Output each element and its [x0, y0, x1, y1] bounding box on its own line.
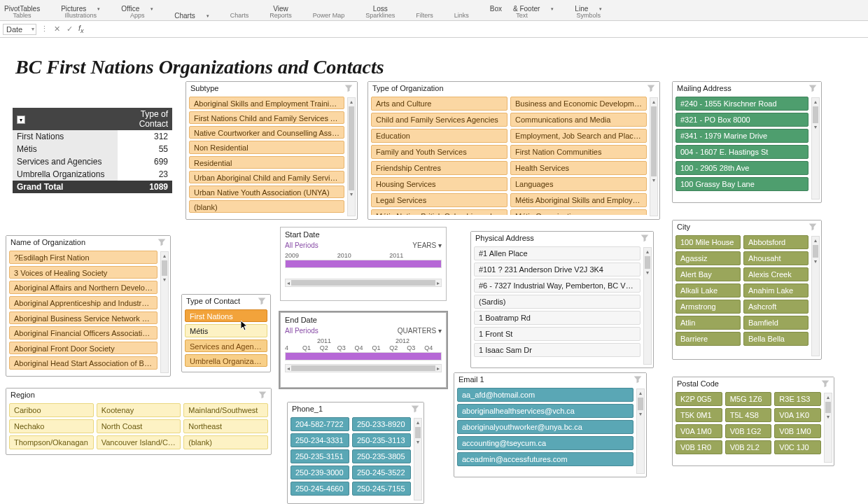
slicer-item[interactable]: Nechako — [9, 419, 94, 433]
slicer-item[interactable]: 250-234-3331 — [290, 433, 349, 447]
slicer-item[interactable]: ?Esdilagh First Nation — [9, 251, 158, 264]
slicer-item[interactable]: Aboriginal Affairs and Northern Developm… — [9, 281, 158, 294]
slicer-item[interactable]: Ahousaht — [743, 251, 808, 265]
slicer-postal[interactable]: Postal Code K2P 0G5M5G 1Z6R3E 1S3T5K 0M1… — [672, 377, 834, 466]
scrollbar[interactable]: ▴▾ — [414, 418, 422, 500]
slicer-item[interactable]: 250-235-3113 — [352, 433, 411, 447]
slicer-item[interactable]: Métis Aboriginal Skills and Employme... — [510, 193, 647, 207]
slicer-item[interactable]: aceadmin@accessfutures.com — [457, 452, 634, 466]
slicer-region[interactable]: Region CaribooKootenayMainland/Southwest… — [6, 388, 272, 455]
filter-icon[interactable] — [344, 84, 353, 92]
slicer-item[interactable]: Family and Youth Services — [371, 145, 507, 159]
slicer-item[interactable]: #240 - 1855 Kirschner Road — [676, 97, 808, 111]
slicer-item[interactable]: aa_afd@hotmail.com — [457, 388, 634, 402]
slicer-item[interactable]: 204-582-7722 — [290, 417, 349, 431]
pivot-row-label[interactable]: First Nations — [13, 130, 118, 143]
slicer-item[interactable]: Communications and Media — [510, 113, 647, 127]
slicer-item[interactable]: Ashcroft — [743, 300, 808, 314]
ribbon-item[interactable]: ▾ — [150, 5, 153, 13]
slicer-item[interactable]: M5G 1Z6 — [725, 392, 772, 406]
slicer-item[interactable]: Alexis Creek — [743, 267, 808, 281]
slicer-item[interactable]: 250-245-7155 — [352, 482, 411, 496]
timeline-end-date[interactable]: End Date All PeriodsQUARTERS ▾ 20112012 … — [280, 312, 447, 388]
pivot-table[interactable]: ▾ Type of Contact First Nations312Métis5… — [13, 108, 172, 193]
slicer-item[interactable]: 100 Mile House — [676, 235, 741, 249]
slicer-item[interactable]: Health Services — [510, 161, 647, 175]
slicer-item[interactable]: 250-245-3522 — [352, 465, 411, 479]
slicer-item[interactable]: #6 - 7327 Industrial Way, Pemberton, BC … — [474, 279, 640, 293]
slicer-item[interactable]: Umbrella Organizations — [185, 354, 267, 367]
filter-icon[interactable] — [808, 223, 817, 231]
slicer-item[interactable]: Native Courtworker and Counselling Assoc… — [189, 126, 344, 139]
pivot-dropdown[interactable]: ▾ — [13, 108, 118, 130]
slicer-item[interactable]: 004 - 1607 E. Hastings St — [676, 145, 808, 159]
slicer-item[interactable]: Agassiz — [676, 251, 741, 265]
slicer-item[interactable]: Armstrong — [676, 300, 741, 314]
slicer-item[interactable]: T5L 4S8 — [725, 408, 772, 422]
filter-icon[interactable] — [821, 379, 830, 388]
scrollbar[interactable]: ▴▾ — [160, 251, 169, 373]
slicer-item[interactable]: Thompson/Okanagan — [9, 435, 94, 449]
slicer-item[interactable]: (Sardis) — [474, 295, 640, 309]
slicer-item[interactable]: North Coast — [97, 419, 181, 433]
scrollbar[interactable]: ▴▾ — [636, 388, 645, 474]
slicer-item[interactable]: V0A 1K0 — [774, 408, 821, 422]
slicer-item[interactable]: 250-239-3000 — [290, 465, 349, 479]
slicer-item[interactable]: (blank) — [189, 200, 344, 213]
slicer-item[interactable]: (blank) — [183, 435, 268, 449]
slicer-item[interactable]: Aboriginal Financial Officers Associatio… — [9, 326, 158, 340]
slicer-item[interactable]: Aboriginal Apprenticeship and Industry T… — [9, 296, 158, 309]
slicer-item[interactable]: Aboriginal Skills and Employment Trainin… — [189, 97, 344, 109]
slicer-item[interactable]: First Nations — [185, 309, 267, 322]
slicer-mailing[interactable]: Mailing Address #240 - 1855 Kirschner Ro… — [672, 81, 822, 203]
slicer-item[interactable]: Vancouver Island/Coast — [97, 435, 181, 449]
timeline-bar[interactable] — [285, 260, 442, 268]
pivot-row-label[interactable]: Services and Agencies — [13, 155, 118, 168]
slicer-item[interactable]: First Nations Child and Family Services … — [189, 111, 344, 124]
slicer-item[interactable]: Education — [371, 129, 507, 143]
slicer-item[interactable]: V0B 1M0 — [774, 424, 821, 438]
slicer-item[interactable]: 100 Grassy Bay Lane — [676, 177, 808, 191]
slicer-item[interactable]: Residential — [189, 156, 344, 169]
filter-icon[interactable] — [634, 375, 642, 384]
slicer-item[interactable]: Métis Nation British Columbia and Ch... — [371, 209, 507, 215]
slicer-item[interactable]: #101 ? 231 Anderson Drive V2J 3K4 — [474, 262, 640, 276]
scrollbar[interactable]: ▴▾ — [650, 97, 658, 216]
slicer-item[interactable]: Non Residential — [189, 141, 344, 153]
filter-icon[interactable] — [640, 234, 649, 242]
slicer-item[interactable]: R3E 1S3 — [774, 392, 821, 406]
slicer-item[interactable]: Business and Economic Development — [510, 97, 647, 111]
slicer-item[interactable]: 250-235-3151 — [290, 449, 349, 463]
ribbon-item[interactable]: ▾ — [206, 12, 209, 20]
slicer-item[interactable]: aboriginalyouthworker@unya.bc.ca — [457, 420, 634, 434]
timeline-start-date[interactable]: Start Date All PeriodsYEARS ▾ 2009201020… — [280, 227, 447, 301]
slicer-item[interactable]: 1 Isaac Sam Dr — [474, 343, 640, 357]
ribbon-item[interactable]: Charts — [174, 12, 195, 20]
slicer-item[interactable]: 250-235-3805 — [352, 449, 411, 463]
slicer-item[interactable]: 100 - 2905 28th Ave — [676, 161, 808, 175]
slicer-item[interactable]: Métis — [185, 324, 267, 337]
scrollbar[interactable]: ▴▾ — [824, 393, 832, 463]
slicer-physical[interactable]: Physical Address #1 Allen Place#101 ? 23… — [470, 231, 654, 368]
slicer-item[interactable]: #1 Allen Place — [474, 246, 640, 260]
slicer-item[interactable]: Urban Aboriginal Child and Family Servic… — [189, 171, 344, 183]
scrollbar[interactable]: ▴▾ — [643, 247, 652, 365]
ribbon-item[interactable]: Box — [490, 5, 502, 13]
filter-icon[interactable] — [158, 238, 166, 246]
filter-icon[interactable] — [258, 297, 266, 305]
scrollbar[interactable]: ▴▾ — [811, 97, 820, 200]
slicer-item[interactable]: Bamfield — [743, 316, 808, 330]
slicer-item[interactable]: Barriere — [676, 332, 741, 346]
slicer-item[interactable]: Northeast — [183, 419, 268, 433]
slicer-item[interactable]: V0C 1J0 — [774, 440, 821, 454]
slicer-item[interactable]: Aboriginal Head Start Association of Bri… — [9, 356, 158, 370]
slicer-item[interactable]: aboriginalhealthservices@vch.ca — [457, 404, 634, 418]
slicer-item[interactable]: Housing Services — [371, 177, 507, 191]
slicer-item[interactable]: Anahim Lake — [743, 284, 808, 298]
slicer-item[interactable]: Child and Family Services Agencies — [371, 113, 507, 127]
slicer-item[interactable]: V0B 1G2 — [725, 424, 772, 438]
scrollbar[interactable]: ▴▾ — [811, 236, 820, 356]
slicer-item[interactable]: 1 Boatramp Rd — [474, 311, 640, 325]
slicer-item[interactable]: Services and Agencies — [185, 340, 267, 352]
slicer-type-contact[interactable]: Type of Contact First NationsMétisServic… — [181, 294, 271, 372]
